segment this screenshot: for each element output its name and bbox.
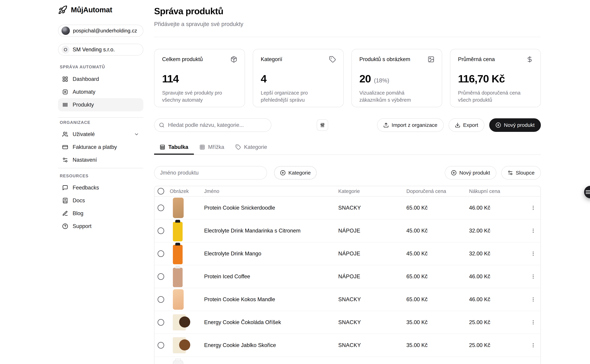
row-checkbox[interactable] [158,273,164,280]
org-switcher-pill[interactable]: O SM Vending s.r.o. [58,44,143,56]
tab-tabulka[interactable]: Tabulka [154,140,194,154]
sidebar-item-feedbacks[interactable]: Feedbacks [58,181,143,194]
table-row[interactable]: Energy Cookie Jablko Skořice SNACKY 35.0… [154,334,541,357]
product-category: SNACKY [335,205,404,211]
package-icon [230,56,237,63]
export-button[interactable]: Export [449,118,484,132]
user-email: pospichal@underholding.cz [73,28,137,34]
new-product-secondary-button[interactable]: Nový produkt [445,166,496,180]
select-all-checkbox[interactable] [158,188,164,195]
row-checkbox[interactable] [158,342,164,349]
columns-button[interactable]: Sloupce [501,166,541,180]
stat-label: Produktů s obrázkem [359,56,434,62]
product-image [173,360,183,364]
sidebar-item-automaty[interactable]: Automaty [58,85,143,98]
tab-label: Tabulka [168,144,188,150]
stat-desc: Vizualizace pomáhá zákazníkům s výběrem [359,89,432,104]
row-menu-button[interactable] [530,320,536,325]
stat-desc: Spravujte své produkty pro všechny autom… [162,89,235,104]
tab-label: Mřížka [208,144,224,150]
toolbar-actions: Import z organizace Export Nový produkt [403,118,541,132]
product-price: 35.00 Kč [404,342,466,348]
product-price: 65.00 Kč [404,273,466,280]
users-icon [62,131,68,137]
col-header-price: Doporučená cena [404,188,466,194]
table-row[interactable]: Extrakt ze zeleného čaje DOPLŇKY STRAVY … [154,357,541,364]
table-row[interactable]: Protein Cookie Kokos Mandle SNACKY 65.00… [154,288,541,311]
user-account-pill[interactable]: pospichal@underholding.cz [58,25,143,37]
plus-circle-icon [451,170,456,176]
section-title-sprava-automatu: SPRÁVA AUTOMATŮ [60,65,105,69]
sidebar-item-produkty[interactable]: Produkty [58,98,143,111]
table-row[interactable]: Electrolyte Drink Mango NÁPOJE 45.00 Kč … [154,242,541,265]
product-cost: 46.00 Kč [466,205,526,211]
row-checkbox[interactable] [158,250,164,257]
search-icon [159,122,165,128]
tab-label: Kategorie [244,144,267,150]
col-header-name: Jméno [201,188,335,194]
sliders-icon [62,157,68,163]
table-row[interactable]: Energy Cookie Čokoláda Oříšek SNACKY 35.… [154,311,541,334]
category-filter-label: Kategorie [288,170,311,176]
sidebar-item-dashboard[interactable]: Dashboard [58,72,143,86]
row-menu-button[interactable] [530,228,536,234]
sidebar-item-blog[interactable]: Blog [58,207,143,220]
stat-card-average-price: Průměrná cena 116,70 Kč Průměrná doporuč… [450,49,541,107]
app-logo[interactable]: MůjAutomat [58,5,112,15]
sidebar-item-uzivatele[interactable]: Uživatelé [58,128,143,141]
product-name-filter[interactable] [154,166,267,180]
row-checkbox[interactable] [158,228,164,234]
columns-label: Sloupce [516,170,535,176]
plus-circle-icon [496,122,501,128]
product-image [173,198,184,218]
product-image [173,245,183,264]
tab-kategorie[interactable]: Kategorie [230,140,273,154]
stat-value: 4 [261,72,267,85]
product-category: SNACKY [335,319,404,325]
barcode-icon [62,102,68,108]
stat-label: Průměrná cena [458,56,533,62]
row-checkbox[interactable] [158,319,164,326]
table-row[interactable]: Protein Cookie Snickerdoodle SNACKY 65.0… [154,197,541,220]
search-box[interactable] [154,118,271,132]
product-name: Energy Cookie Čokoláda Oříšek [201,319,335,325]
user-avatar [61,26,70,35]
app-title: MůjAutomat [71,6,112,14]
row-menu-button[interactable] [530,274,536,279]
tab-mrizka[interactable]: Mřížka [194,140,230,154]
product-name-input[interactable] [160,169,261,176]
sidebar-item-label: Fakturace a platby [73,144,117,150]
row-menu-button[interactable] [530,343,536,348]
product-image [173,222,183,241]
row-checkbox[interactable] [158,205,164,211]
upload-icon [383,122,389,128]
stat-label: Kategorií [261,56,336,62]
category-filter-button[interactable]: Kategorie [274,166,317,180]
stat-cards: Celkem produktů 114 Spravujte své produk… [154,49,541,107]
stat-card-products-with-image: Produktů s obrázkem 20 (18%) Vizualizace… [351,49,442,107]
new-product-button[interactable]: Nový produkt [489,118,541,132]
stat-desc: Průměrná doporučená cena všech produktů [458,89,531,104]
row-menu-button[interactable] [530,205,536,211]
tag-icon [329,56,336,63]
sidebar-item-support[interactable]: Support [58,220,143,233]
product-cost: 25.00 Kč [466,342,526,348]
sidebar-item-fakturace[interactable]: Fakturace a platby [58,141,143,154]
filter-settings-button[interactable] [317,119,328,131]
floating-menu-button[interactable] [584,186,590,198]
table-row[interactable]: Protein Iced Coffee NÁPOJE 65.00 Kč 46.0… [154,265,541,288]
row-menu-button[interactable] [530,251,536,256]
product-name: Energy Cookie Jablko Skořice [201,342,335,348]
plus-circle-icon [280,170,286,176]
row-menu-button[interactable] [530,297,536,302]
row-checkbox[interactable] [158,296,164,303]
page-subtitle: Přidávejte a spravujte své produkty [154,21,243,27]
import-from-org-button[interactable]: Import z organizace [377,118,443,132]
section-title-resources: RESOURCES [60,174,89,178]
product-category: SNACKY [335,296,404,303]
sidebar-item-docs[interactable]: Docs [58,194,143,207]
sidebar-item-nastaveni[interactable]: Nastavení [58,153,143,167]
search-input[interactable] [168,122,267,128]
product-category: NÁPOJE [335,273,404,280]
table-row[interactable]: Electrolyte Drink Mandarinka s Citronem … [154,220,541,242]
